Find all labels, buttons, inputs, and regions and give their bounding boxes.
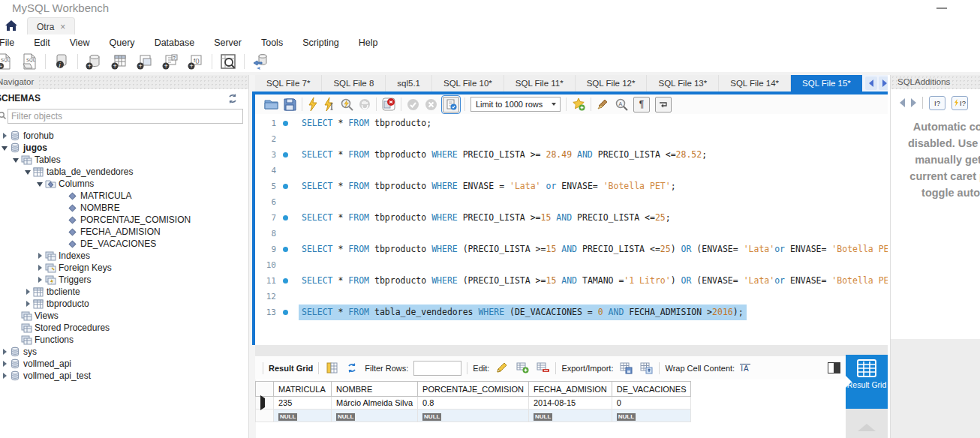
collapsed-arrow-icon[interactable] [2,372,9,380]
tree-item-views[interactable]: Views [0,310,248,322]
table-cell[interactable]: Márcio Almeida Silva [332,397,418,410]
expanded-arrow-icon[interactable] [37,180,44,188]
tree-item-jugos[interactable]: jugos [0,142,248,154]
open-file-icon[interactable] [264,98,278,110]
close-icon[interactable]: × [60,22,65,32]
table-cell-null[interactable]: NULL [332,410,418,422]
home-tab[interactable] [0,16,23,34]
editor-results-splitter[interactable] [255,345,888,356]
new-row-placeholder[interactable]: NULLNULLNULLNULLNULL [256,410,691,422]
create-schema-icon[interactable]: + [84,52,104,70]
save-snippet-icon[interactable] [572,98,585,111]
rollback-icon[interactable] [425,98,437,111]
auto-context-help-icon[interactable]: I? [951,96,968,110]
tree-item-triggers[interactable]: Triggers [0,274,248,286]
collapsed-arrow-icon[interactable] [37,264,44,272]
table-cell[interactable]: 235 [274,397,332,410]
code-line-1[interactable]: 1SELECT * FROM tbproducto; [255,116,888,131]
commit-icon[interactable] [407,98,419,111]
tree-item-tabla-de-vendedores[interactable]: tabla_de_vendedores [0,166,248,178]
refresh-results-icon[interactable] [344,362,359,375]
editor-tab-sql-file-12-[interactable]: SQL File 12* [576,75,648,92]
search-data-icon[interactable] [218,52,238,70]
execute-icon[interactable] [308,98,318,111]
autocommit-icon[interactable] [443,97,459,112]
tree-item-stored-procedures[interactable]: Stored Procedures [0,322,248,334]
editor-tab-sql-file-7-[interactable]: SQL File 7* [255,75,322,92]
delete-row-icon[interactable] [535,362,550,375]
editor-tab-sql-file-8[interactable]: SQL File 8 [322,75,386,92]
table-cell[interactable]: 0.8 [418,397,529,410]
code-line-8[interactable]: 8 [255,226,888,242]
tree-item-forohub[interactable]: forohub [0,130,248,142]
context-help-icon[interactable]: I? [929,96,945,110]
collapsed-arrow-icon[interactable] [37,252,44,260]
explain-icon[interactable] [340,98,353,111]
code-line-3[interactable]: 3SELECT * FROM tbproducto WHERE PRECIO_L… [255,147,888,163]
new-sql-tab-icon[interactable]: SQL+ [0,52,14,70]
collapsed-arrow-icon[interactable] [2,360,9,368]
code-line-9[interactable]: 9SELECT * FROM tbproducto WHERE (PRECIO_… [255,242,888,257]
editor-tab-sql-file-14-[interactable]: SQL File 14* [719,75,791,92]
tree-item-tables[interactable]: Tables [0,154,248,166]
tree-item-porcentaje-comision[interactable]: PORCENTAJE_COMISION [0,214,248,226]
inspector-icon[interactable]: i [52,52,71,70]
import-icon[interactable] [639,362,654,375]
tree-item-vollmed-api-test[interactable]: vollmed_api_test [0,370,248,382]
table-cell-null[interactable]: NULL [274,410,332,422]
forward-arrow-icon[interactable] [911,98,916,107]
beautify-icon[interactable] [597,98,610,110]
expanded-arrow-icon[interactable] [13,156,20,164]
editor-tab-sql-file-15-[interactable]: SQL File 15* [791,75,862,92]
tree-item-sys[interactable]: sys [0,346,248,358]
reconnect-db-icon[interactable] [251,52,270,70]
menu-item-file[interactable]: File [0,38,24,48]
save-icon[interactable] [284,98,296,111]
tree-item-matricula[interactable]: MATRICULA [0,190,248,202]
add-row-icon[interactable] [515,362,530,375]
table-row[interactable]: 235Márcio Almeida Silva0.82014-08-150 [256,397,691,410]
expanded-arrow-icon[interactable] [2,144,9,152]
tab-scroll-right-icon[interactable] [879,76,888,90]
back-arrow-icon[interactable] [900,98,905,107]
collapsed-arrow-icon[interactable] [2,132,9,140]
create-table-icon[interactable]: + [110,52,129,70]
code-line-5[interactable]: 5SELECT * FROM tbproducto WHERE ENVASE =… [255,178,888,194]
table-cell[interactable]: 0 [612,397,691,410]
menu-item-help[interactable]: Help [349,38,388,48]
show-invisibles-icon[interactable]: ¶ [633,97,650,112]
expanded-arrow-icon[interactable] [25,168,32,176]
table-cell-null[interactable]: NULL [528,410,612,422]
column-header-de_vacaciones[interactable]: DE_VACACIONES [612,382,691,397]
tab-scroll-left-icon[interactable] [865,76,877,90]
create-function-icon[interactable]: f()+ [186,52,206,70]
execute-current-icon[interactable] [323,98,335,111]
tree-item-functions[interactable]: Functions [0,334,248,346]
column-header-porcentaje_comision[interactable]: PORCENTAJE_COMISION [418,382,529,397]
collapsed-arrow-icon[interactable] [25,300,32,308]
tree-item-foreign-keys[interactable]: Foreign Keys [0,262,248,274]
code-line-2[interactable]: 2 [255,131,888,147]
tree-item-nombre[interactable]: NOMBRE [0,202,248,214]
code-line-13[interactable]: 13SELECT * FROM tabla_de_vendedores WHER… [255,304,888,320]
tree-item-tbproducto[interactable]: tbproducto [0,298,248,310]
table-cell-null[interactable]: NULL [612,410,691,422]
editor-tab-sql-file-13-[interactable]: SQL File 13* [647,75,719,92]
collapsed-arrow-icon[interactable] [25,288,32,296]
result-grid-side-button[interactable]: Result Grid [846,355,888,409]
stop-icon[interactable] [359,98,371,110]
collapsed-arrow-icon[interactable] [37,276,44,284]
table-cell[interactable]: 2014-08-15 [528,397,612,410]
tree-item-indexes[interactable]: Indexes [0,250,248,262]
collapse-panel-icon[interactable] [828,362,840,374]
refresh-schemas-icon[interactable] [227,94,238,104]
column-header-fecha_admision[interactable]: FECHA_ADMISION [528,382,612,397]
tree-item-fecha-admision[interactable]: FECHA_ADMISION [0,226,248,238]
editor-tab-sql-file-10-[interactable]: SQL File 10* [432,75,504,92]
toggle-wrap-icon[interactable] [655,97,672,112]
menu-item-edit[interactable]: Edit [24,38,60,48]
tree-item-columns[interactable]: Columns [0,178,248,190]
column-header-nombre[interactable]: NOMBRE [332,382,418,397]
create-procedure-icon[interactable]: ?+ [161,52,180,70]
column-header-matricula[interactable]: MATRICULA [274,382,332,397]
